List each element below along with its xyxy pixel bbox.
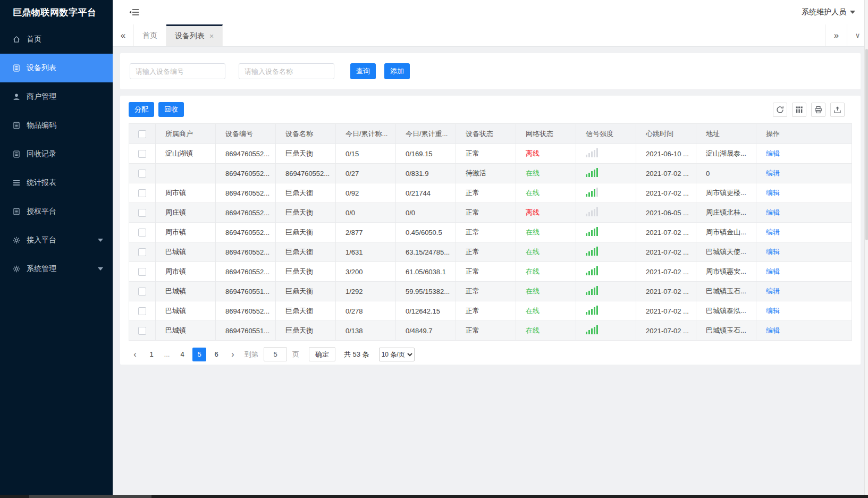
row-select-cell — [129, 301, 156, 321]
sidebar-item-system-management[interactable]: 系统管理 — [0, 255, 113, 283]
sidebar-item-home[interactable]: 首页 — [0, 25, 113, 54]
signal-strength-icon — [586, 266, 598, 275]
cell-today-weight: 59.95/15382... — [396, 282, 456, 301]
user-menu[interactable]: 系统维护人员 — [802, 7, 855, 17]
cell-merchant: 巴城镇 — [156, 301, 216, 321]
cell-actions: 编辑 — [756, 223, 852, 242]
page-button-5[interactable]: 5 — [192, 348, 206, 361]
next-page-button[interactable]: › — [226, 350, 239, 359]
row-checkbox[interactable] — [138, 150, 146, 158]
tabs-scroll-left-button[interactable]: « — [113, 24, 134, 46]
sidebar-item-device-list[interactable]: 设备列表 — [0, 54, 113, 82]
sidebar-item-item-codes[interactable]: 物品编码 — [0, 111, 113, 140]
device-no-input[interactable] — [130, 63, 225, 79]
document-icon — [12, 150, 21, 159]
query-button[interactable]: 查询 — [350, 63, 376, 79]
cell-merchant: 巴城镇 — [156, 282, 216, 301]
cell-today-count: 1/292 — [336, 282, 396, 301]
user-dropdown-icon — [850, 11, 855, 14]
cell-merchant: 巴城镇 — [156, 321, 216, 341]
vertical-scrollbar[interactable] — [864, 0, 868, 495]
vertical-scrollbar-thumb[interactable] — [865, 49, 868, 240]
refresh-button[interactable] — [773, 103, 787, 117]
edit-link[interactable]: 编辑 — [766, 208, 780, 216]
edit-link[interactable]: 编辑 — [766, 228, 780, 236]
edit-link[interactable]: 编辑 — [766, 287, 780, 295]
sidebar-item-access-platform[interactable]: 接入平台 — [0, 226, 113, 255]
print-button[interactable] — [811, 103, 825, 117]
row-checkbox[interactable] — [138, 288, 146, 296]
goto-page-input[interactable] — [264, 347, 287, 361]
edit-link[interactable]: 编辑 — [766, 307, 780, 315]
recycle-button[interactable]: 回收 — [158, 102, 184, 117]
cell-merchant — [156, 164, 216, 183]
sidebar-item-label: 系统管理 — [27, 264, 56, 274]
cell-device-no: 8694760552... — [216, 242, 276, 262]
page-button-4[interactable]: 4 — [175, 348, 189, 361]
cell-device-status: 正常 — [456, 203, 516, 223]
page-ellipsis[interactable]: ... — [162, 350, 172, 358]
tab-home[interactable]: 首页 — [134, 24, 166, 46]
row-checkbox[interactable] — [138, 268, 146, 276]
confirm-button[interactable]: 确定 — [309, 347, 335, 361]
sidebar-item-recycle-records[interactable]: 回收记录 — [0, 140, 113, 168]
edit-link[interactable]: 编辑 — [766, 169, 780, 177]
cell-device-name: 巨鼎天衡 — [276, 223, 336, 242]
header-device-name: 设备名称 — [276, 124, 336, 144]
edit-link[interactable]: 编辑 — [766, 267, 780, 275]
cell-actions: 编辑 — [756, 183, 852, 203]
network-status-badge: 在线 — [526, 248, 540, 256]
cell-device-no: 8694760552... — [216, 223, 276, 242]
assign-button[interactable]: 分配 — [129, 102, 154, 117]
total-count-label: 共 53 条 — [344, 350, 369, 359]
header-today-count: 今日/累计称... — [336, 124, 396, 144]
close-icon[interactable]: × — [209, 32, 214, 40]
edit-link[interactable]: 编辑 — [766, 326, 780, 334]
cell-network-status: 在线 — [516, 183, 576, 203]
horizontal-scrollbar[interactable] — [0, 495, 868, 498]
cell-merchant: 周市镇 — [156, 262, 216, 282]
page-button-1[interactable]: 1 — [145, 348, 158, 361]
sidebar-item-statistics[interactable]: 统计报表 — [0, 168, 113, 197]
edit-link[interactable]: 编辑 — [766, 248, 780, 256]
prev-page-button[interactable]: ‹ — [129, 350, 141, 359]
cell-address: 周市镇更楼... — [696, 183, 756, 203]
sidebar-item-merchant-management[interactable]: 商户管理 — [0, 82, 113, 111]
cell-address: 0 — [696, 164, 756, 183]
tabs-scroll-right-button[interactable]: » — [825, 24, 847, 46]
tab-device-list[interactable]: 设备列表 × — [166, 24, 223, 46]
edit-link[interactable]: 编辑 — [766, 189, 780, 197]
gear-icon — [12, 236, 21, 245]
device-name-input[interactable] — [239, 63, 334, 79]
cell-signal — [576, 301, 636, 321]
add-button[interactable]: 添加 — [384, 63, 410, 79]
edit-link[interactable]: 编辑 — [766, 149, 780, 157]
cell-device-name: 巨鼎天衡 — [276, 301, 336, 321]
cell-actions: 编辑 — [756, 321, 852, 341]
chevron-down-icon — [98, 239, 103, 242]
horizontal-scrollbar-thumb[interactable] — [29, 495, 151, 498]
row-checkbox[interactable] — [138, 307, 146, 315]
network-status-badge: 在线 — [526, 267, 540, 275]
row-checkbox[interactable] — [138, 327, 146, 335]
export-button[interactable] — [830, 103, 845, 117]
row-checkbox[interactable] — [138, 248, 146, 256]
page-size-select[interactable]: 10 条/页 — [379, 348, 415, 361]
row-checkbox[interactable] — [138, 189, 146, 197]
row-checkbox[interactable] — [138, 209, 146, 217]
cell-device-status: 正常 — [456, 144, 516, 164]
chevron-down-icon — [98, 267, 103, 271]
select-all-checkbox[interactable] — [138, 130, 146, 138]
cell-heartbeat: 2021-07-02 ... — [636, 164, 696, 183]
column-settings-button[interactable] — [792, 103, 806, 117]
page-button-6[interactable]: 6 — [209, 348, 223, 361]
cell-device-status: 正常 — [456, 183, 516, 203]
row-checkbox[interactable] — [138, 229, 146, 237]
sidebar-item-authorization[interactable]: 授权平台 — [0, 197, 113, 226]
sidebar-collapse-icon[interactable] — [129, 8, 139, 16]
cell-signal — [576, 282, 636, 301]
cell-address: 淀山湖晟泰... — [696, 144, 756, 164]
cell-signal — [576, 223, 636, 242]
row-checkbox[interactable] — [138, 170, 146, 178]
signal-strength-icon — [586, 148, 598, 157]
